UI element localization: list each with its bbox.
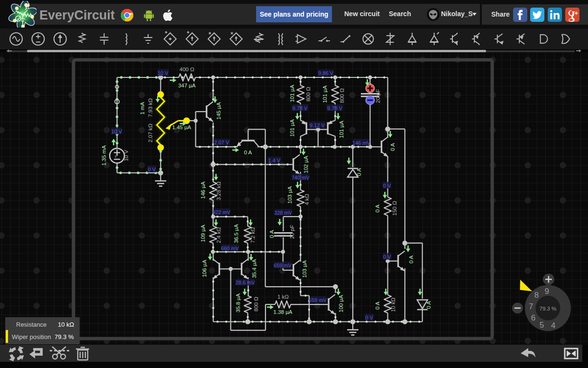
svg-text:102 µA: 102 µA — [303, 156, 309, 173]
svg-text:0 A: 0 A — [426, 301, 432, 309]
svg-text:9: 9 — [545, 287, 549, 296]
svg-text:9.86 V: 9.86 V — [318, 70, 333, 76]
svg-text:922 mV: 922 mV — [212, 209, 231, 215]
svg-text:100 µA: 100 µA — [338, 295, 344, 312]
svg-text:10 V: 10 V — [111, 129, 122, 134]
svg-text:101 µA: 101 µA — [339, 121, 344, 138]
svg-text:1.45 µA: 1.45 µA — [172, 124, 191, 130]
svg-text:7: 7 — [529, 302, 533, 311]
svg-text:0 V: 0 V — [383, 254, 391, 260]
svg-text:9.78 V: 9.78 V — [293, 105, 308, 111]
svg-text:0 A: 0 A — [244, 150, 252, 155]
svg-text:20 pF: 20 pF — [289, 225, 295, 239]
svg-text:659 mV: 659 mV — [274, 263, 292, 268]
svg-text:0 A: 0 A — [408, 255, 414, 264]
svg-text:145 µA: 145 µA — [216, 102, 221, 120]
svg-text:0 A: 0 A — [390, 143, 395, 151]
svg-text:10 kΩ: 10 kΩ — [390, 297, 396, 312]
svg-text:150 Ω: 150 Ω — [392, 201, 397, 216]
svg-text:4 kΩ: 4 kΩ — [304, 194, 310, 205]
svg-text:2.07 kΩ: 2.07 kΩ — [147, 123, 153, 142]
svg-text:146 mV: 146 mV — [352, 140, 371, 146]
svg-text:79.3 %: 79.3 % — [539, 306, 556, 311]
svg-text:0 A: 0 A — [356, 168, 362, 176]
svg-text:28.6 mV: 28.6 mV — [236, 280, 256, 285]
svg-text:2.4 kΩ: 2.4 kΩ — [216, 227, 221, 243]
svg-text:0 A: 0 A — [269, 230, 275, 238]
svg-text:1 kΩ: 1 kΩ — [277, 294, 289, 300]
svg-text:1.4 V: 1.4 V — [268, 158, 280, 163]
svg-text:347 µA: 347 µA — [178, 83, 196, 88]
svg-text:9.12 V: 9.12 V — [310, 123, 325, 128]
svg-text:101 µA: 101 µA — [289, 85, 295, 102]
svg-text:8: 8 — [534, 291, 539, 300]
svg-text:146 µA: 146 µA — [200, 181, 206, 199]
svg-text:7.2 kΩ: 7.2 kΩ — [250, 227, 256, 243]
svg-text:10 V: 10 V — [157, 70, 168, 76]
svg-text:103 µA: 103 µA — [287, 186, 293, 204]
svg-text:0 A: 0 A — [375, 205, 380, 213]
svg-text:660 mV: 660 mV — [221, 245, 239, 251]
svg-text:2.07 V: 2.07 V — [214, 140, 229, 145]
svg-text:400 Ω: 400 Ω — [180, 66, 194, 72]
svg-text:800 Ω: 800 Ω — [253, 297, 259, 311]
svg-text:328 mV: 328 mV — [274, 210, 293, 216]
svg-text:800 Ω: 800 Ω — [305, 86, 311, 101]
svg-text:35.8 µA: 35.8 µA — [235, 293, 241, 312]
svg-text:1 mA: 1 mA — [140, 102, 146, 114]
svg-text:740 mV: 740 mV — [292, 175, 310, 180]
svg-text:35.4 µA: 35.4 µA — [251, 259, 257, 278]
svg-text:20 pF: 20 pF — [375, 89, 381, 103]
svg-text:659 mV: 659 mV — [309, 297, 327, 303]
svg-text:3.28 kΩ: 3.28 kΩ — [216, 181, 221, 200]
svg-text:1.38 µA: 1.38 µA — [274, 309, 293, 315]
svg-text:4: 4 — [551, 321, 555, 330]
svg-text:106 µA: 106 µA — [202, 260, 207, 277]
svg-text:0 V: 0 V — [365, 315, 373, 321]
svg-text:10 V: 10 V — [123, 150, 129, 161]
svg-text:5: 5 — [540, 321, 544, 330]
svg-text:36.5 µA: 36.5 µA — [233, 224, 239, 243]
svg-text:1.35 mA: 1.35 mA — [101, 145, 107, 166]
svg-text:7.93 kΩ: 7.93 kΩ — [147, 98, 153, 117]
svg-text:800 Ω: 800 Ω — [339, 88, 345, 103]
svg-text:109 µA: 109 µA — [200, 225, 206, 242]
svg-text:9.78 V: 9.78 V — [327, 105, 342, 111]
svg-text:101 µA: 101 µA — [289, 119, 295, 137]
svg-text:0 V: 0 V — [148, 167, 156, 172]
svg-text:6: 6 — [531, 313, 535, 322]
svg-text:0 V: 0 V — [383, 183, 391, 189]
svg-text:103 µA: 103 µA — [302, 260, 307, 278]
svg-text:101 µA: 101 µA — [322, 85, 328, 103]
svg-text:0 A: 0 A — [375, 302, 380, 310]
